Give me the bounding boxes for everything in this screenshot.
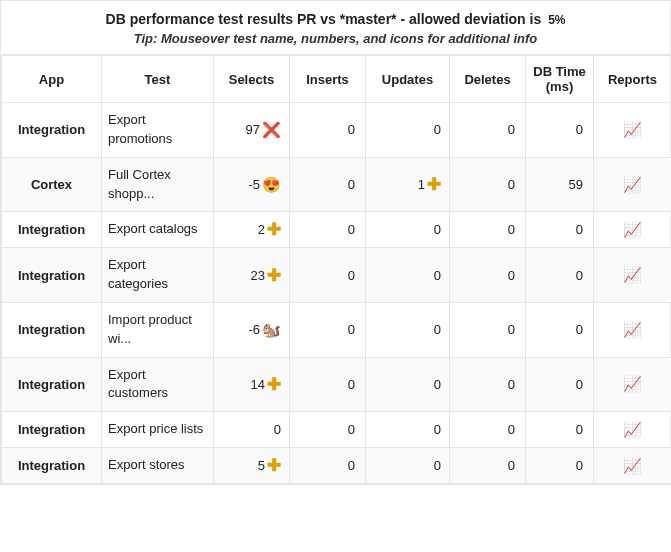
deletes-cell[interactable]: 0 [450,157,526,212]
reports-cell[interactable]: 📈 [594,157,672,212]
selects-value[interactable]: 14 [251,377,265,392]
test-cell[interactable]: Export customers [102,357,214,412]
reports-cell[interactable]: 📈 [594,412,672,448]
dbtime-cell[interactable]: 0 [526,103,594,158]
col-dbtime: DB Time (ms) [526,56,594,103]
cross-icon[interactable]: ❌ [262,121,281,139]
updates-cell[interactable]: 0 [366,248,450,303]
table-row: IntegrationExport stores5✚0000📈 [2,448,672,484]
chart-icon[interactable]: 📈 [623,221,642,238]
deletes-cell[interactable]: 0 [450,448,526,484]
table-row: CortexFull Cortex shopp...-5😍01✚059📈 [2,157,672,212]
deviation-value: 5% [548,13,565,27]
reports-cell[interactable]: 📈 [594,448,672,484]
col-reports: Reports [594,56,672,103]
dbtime-cell[interactable]: 0 [526,412,594,448]
selects-value[interactable]: 0 [274,422,281,437]
inserts-cell[interactable]: 0 [290,357,366,412]
deletes-cell[interactable]: 0 [450,212,526,248]
results-panel: DB performance test results PR vs *maste… [0,0,671,485]
selects-cell[interactable]: 2✚ [214,212,290,248]
reports-cell[interactable]: 📈 [594,212,672,248]
updates-value[interactable]: 0 [434,322,441,337]
deletes-cell[interactable]: 0 [450,302,526,357]
updates-cell[interactable]: 1✚ [366,157,450,212]
chart-icon[interactable]: 📈 [623,121,642,138]
test-cell[interactable]: Export price lists [102,412,214,448]
updates-cell[interactable]: 0 [366,357,450,412]
selects-cell[interactable]: 5✚ [214,448,290,484]
updates-value[interactable]: 0 [434,458,441,473]
test-cell[interactable]: Export categories [102,248,214,303]
table-row: IntegrationExport catalogs2✚0000📈 [2,212,672,248]
chart-icon[interactable]: 📈 [623,421,642,438]
inserts-cell[interactable]: 0 [290,412,366,448]
chart-icon[interactable]: 📈 [623,266,642,283]
panel-title[interactable]: DB performance test results PR vs *maste… [9,11,662,27]
dbtime-cell[interactable]: 0 [526,248,594,303]
reports-cell[interactable]: 📈 [594,302,672,357]
chart-icon[interactable]: 📈 [623,375,642,392]
updates-value[interactable]: 0 [434,377,441,392]
selects-cell[interactable]: -6🐿️ [214,302,290,357]
updates-cell[interactable]: 0 [366,103,450,158]
test-cell[interactable]: Import product wi... [102,302,214,357]
selects-cell[interactable]: 14✚ [214,357,290,412]
updates-cell[interactable]: 0 [366,448,450,484]
deletes-cell[interactable]: 0 [450,103,526,158]
deletes-cell[interactable]: 0 [450,357,526,412]
plus-icon[interactable]: ✚ [267,221,281,238]
squirrel-icon[interactable]: 🐿️ [262,321,281,339]
selects-cell[interactable]: 0 [214,412,290,448]
updates-cell[interactable]: 0 [366,212,450,248]
inserts-cell[interactable]: 0 [290,302,366,357]
test-cell[interactable]: Full Cortex shopp... [102,157,214,212]
inserts-cell[interactable]: 0 [290,448,366,484]
updates-value[interactable]: 1 [418,177,425,192]
updates-value[interactable]: 0 [434,422,441,437]
plus-icon[interactable]: ✚ [267,376,281,393]
dbtime-cell[interactable]: 0 [526,448,594,484]
heart-icon[interactable]: 😍 [262,176,281,194]
selects-value[interactable]: -6 [248,322,260,337]
plus-icon[interactable]: ✚ [267,267,281,284]
app-cell: Integration [2,412,102,448]
plus-icon[interactable]: ✚ [267,457,281,474]
dbtime-cell[interactable]: 0 [526,357,594,412]
updates-cell[interactable]: 0 [366,302,450,357]
test-cell[interactable]: Export promotions [102,103,214,158]
chart-icon[interactable]: 📈 [623,176,642,193]
inserts-cell[interactable]: 0 [290,157,366,212]
selects-cell[interactable]: 23✚ [214,248,290,303]
dbtime-cell[interactable]: 0 [526,302,594,357]
selects-value[interactable]: 2 [258,222,265,237]
chart-icon[interactable]: 📈 [623,321,642,338]
dbtime-cell[interactable]: 0 [526,212,594,248]
app-cell: Integration [2,212,102,248]
reports-cell[interactable]: 📈 [594,357,672,412]
selects-value[interactable]: 23 [251,268,265,283]
table-row: IntegrationExport promotions97❌0000📈 [2,103,672,158]
col-test: Test [102,56,214,103]
updates-cell[interactable]: 0 [366,412,450,448]
test-cell[interactable]: Export catalogs [102,212,214,248]
selects-value[interactable]: 97 [246,122,260,137]
updates-value[interactable]: 0 [434,268,441,283]
selects-value[interactable]: -5 [248,177,260,192]
test-cell[interactable]: Export stores [102,448,214,484]
dbtime-cell[interactable]: 59 [526,157,594,212]
updates-value[interactable]: 0 [434,222,441,237]
inserts-cell[interactable]: 0 [290,103,366,158]
reports-cell[interactable]: 📈 [594,248,672,303]
inserts-cell[interactable]: 0 [290,248,366,303]
plus-icon[interactable]: ✚ [427,176,441,193]
deletes-cell[interactable]: 0 [450,248,526,303]
selects-cell[interactable]: 97❌ [214,103,290,158]
inserts-cell[interactable]: 0 [290,212,366,248]
deletes-cell[interactable]: 0 [450,412,526,448]
selects-value[interactable]: 5 [258,458,265,473]
selects-cell[interactable]: -5😍 [214,157,290,212]
chart-icon[interactable]: 📈 [623,457,642,474]
reports-cell[interactable]: 📈 [594,103,672,158]
updates-value[interactable]: 0 [434,122,441,137]
